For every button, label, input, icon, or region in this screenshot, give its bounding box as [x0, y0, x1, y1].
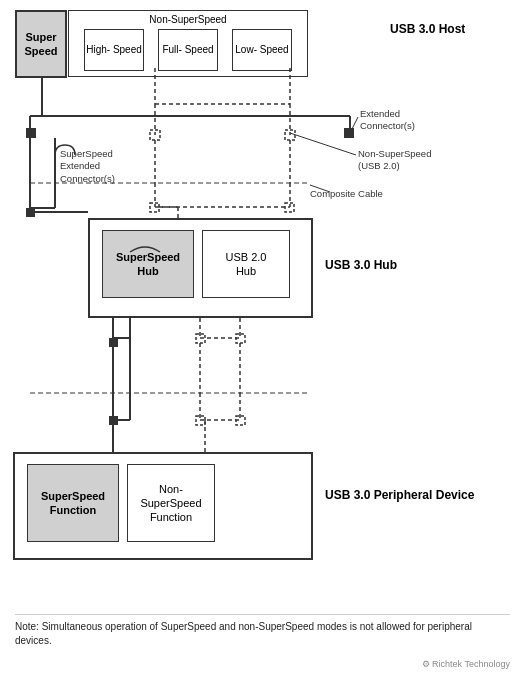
svg-rect-47	[109, 416, 118, 425]
svg-rect-27	[285, 203, 294, 212]
high-speed-box: High- Speed	[84, 29, 144, 71]
svg-rect-52	[196, 416, 205, 425]
svg-rect-37	[196, 334, 205, 343]
note-section: Note: Simultaneous operation of SuperSpe…	[15, 614, 510, 648]
speed-boxes-container: High- Speed Full- Speed Low- Speed	[69, 29, 307, 71]
richtek-icon: ⚙	[422, 659, 430, 669]
superspeed-function-box: SuperSpeedFunction	[27, 464, 119, 542]
svg-line-56	[290, 133, 356, 155]
richtek-logo: ⚙ Richtek Technology	[422, 659, 510, 669]
superspeed-hub-box: SuperSpeedHub	[102, 230, 194, 298]
device-boxes-row: SuperSpeedFunction Non-SuperSpeedFunctio…	[15, 454, 311, 552]
non-superspeed-usb20-annotation: Non-SuperSpeed(USB 2.0)	[358, 148, 431, 173]
svg-rect-26	[150, 203, 159, 212]
device-outer-box: SuperSpeedFunction Non-SuperSpeedFunctio…	[13, 452, 313, 560]
low-speed-box: Low- Speed	[232, 29, 292, 71]
hub-boxes-row: SuperSpeedHub USB 2.0Hub	[90, 220, 311, 308]
svg-rect-38	[236, 334, 245, 343]
svg-rect-4	[26, 128, 36, 138]
composite-cable-annotation: Composite Cable	[310, 188, 383, 200]
host-label: USB 3.0 Host	[390, 22, 465, 36]
non-superspeed-function-box: Non-SuperSpeedFunction	[127, 464, 215, 542]
full-speed-box: Full- Speed	[158, 29, 218, 71]
note-text: Note: Simultaneous operation of SuperSpe…	[15, 621, 472, 646]
non-superspeed-label: Non-SuperSpeed	[69, 14, 307, 25]
diagram-container: USB 3.0 Host SuperSpeed Non-SuperSpeed H…	[0, 0, 525, 673]
superspeed-extended-annotation: SuperSpeedExtendedConnector(s)	[60, 148, 115, 185]
extended-connectors-annotation: ExtendedConnector(s)	[360, 108, 415, 133]
device-label: USB 3.0 Peripheral Device	[325, 488, 474, 502]
superspeed-host-box: SuperSpeed	[15, 10, 67, 78]
non-superspeed-host-box: Non-SuperSpeed High- Speed Full- Speed L…	[68, 10, 308, 77]
svg-rect-33	[109, 338, 118, 347]
svg-rect-5	[344, 128, 354, 138]
svg-rect-21	[26, 208, 35, 217]
svg-rect-11	[150, 130, 160, 140]
usb20-hub-box: USB 2.0Hub	[202, 230, 290, 298]
hub-label: USB 3.0 Hub	[325, 258, 397, 272]
svg-line-55	[350, 117, 358, 133]
svg-rect-12	[285, 130, 295, 140]
richtek-label: Richtek Technology	[432, 659, 510, 669]
hub-outer-box: SuperSpeedHub USB 2.0Hub	[88, 218, 313, 318]
svg-rect-53	[236, 416, 245, 425]
connections-svg	[0, 0, 525, 673]
